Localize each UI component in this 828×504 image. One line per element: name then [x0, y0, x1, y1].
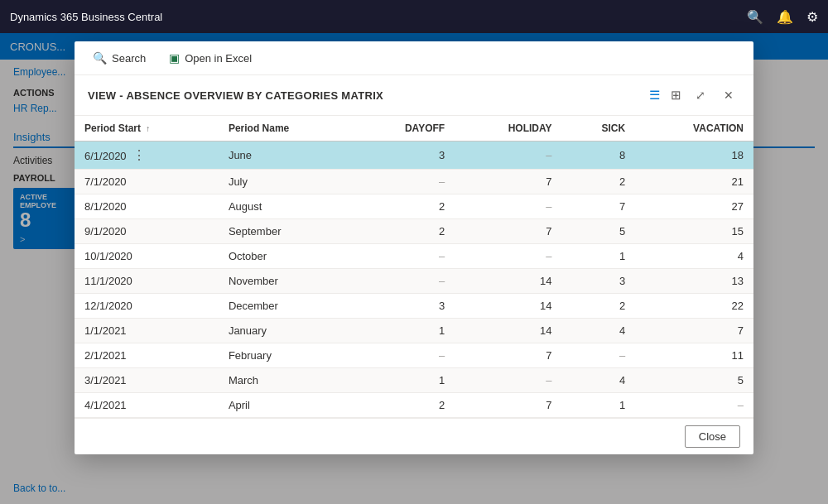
cell-period-start: 10/1/2020	[75, 244, 219, 269]
cell-period-name: November	[219, 269, 354, 294]
expand-button[interactable]: ⤢	[689, 84, 712, 107]
cell-period-start: 4/1/2021	[75, 393, 219, 418]
cell-sick: 1	[562, 393, 636, 418]
app-title: Dynamics 365 Business Central	[10, 11, 162, 23]
cell-dayoff: 3	[354, 142, 455, 170]
modal-overlay: 🔍 Search ▣ Open in Excel VIEW - ABSENCE …	[0, 33, 828, 504]
absence-overview-modal: 🔍 Search ▣ Open in Excel VIEW - ABSENCE …	[75, 41, 753, 454]
cell-vacation: 15	[635, 219, 753, 244]
row-menu-icon[interactable]: ⋮	[129, 147, 149, 163]
cell-vacation: –	[635, 393, 753, 418]
cell-dayoff: –	[354, 343, 455, 368]
cell-dayoff: 2	[354, 393, 455, 418]
cell-holiday: 14	[455, 319, 561, 343]
cell-period-start: 9/1/2020	[75, 219, 219, 244]
cell-vacation: 4	[635, 244, 753, 269]
col-holiday: HOLIDAY	[455, 116, 561, 142]
cell-period-name: July	[219, 170, 354, 194]
modal-body: Period Start ↑ Period Name DAYOFF HOLIDA…	[75, 116, 753, 418]
table-row[interactable]: 8/1/2020August2–727	[75, 194, 753, 219]
list-view-button[interactable]: ☰	[646, 87, 662, 103]
sort-arrow: ↑	[146, 124, 150, 133]
cell-period-start: 11/1/2020	[75, 269, 219, 294]
table-row[interactable]: 10/1/2020October––14	[75, 244, 753, 269]
bell-icon[interactable]: 🔔	[777, 9, 793, 25]
modal-footer: Close	[75, 418, 753, 454]
cell-dayoff: –	[354, 244, 455, 269]
col-sick: SICK	[562, 116, 636, 142]
col-dayoff: DAYOFF	[354, 116, 455, 142]
cell-vacation: 11	[635, 343, 753, 368]
col-vacation: VACATION	[635, 116, 753, 142]
cell-holiday: 7	[455, 170, 561, 194]
cell-sick: 5	[562, 219, 636, 244]
modal-header-icons: ☰ ⊞ ⤢ ✕	[646, 84, 740, 107]
cell-sick: 8	[562, 142, 636, 170]
table-row[interactable]: 9/1/2020September27515	[75, 219, 753, 244]
cell-period-name: September	[219, 219, 354, 244]
cell-period-name: October	[219, 244, 354, 269]
table-row[interactable]: 6/1/2020 ⋮June3–818	[75, 142, 753, 170]
cell-vacation: 18	[635, 142, 753, 170]
grid-view-button[interactable]: ⊞	[667, 87, 684, 103]
cell-sick: 2	[562, 294, 636, 319]
cell-dayoff: 3	[354, 294, 455, 319]
col-period-name: Period Name	[219, 116, 354, 142]
table-header-row: Period Start ↑ Period Name DAYOFF HOLIDA…	[75, 116, 753, 142]
cell-period-name: March	[219, 368, 354, 393]
modal-title: VIEW - ABSENCE OVERVIEW BY CATEGORIES MA…	[88, 89, 383, 102]
cell-dayoff: –	[354, 269, 455, 294]
cell-holiday: 7	[455, 343, 561, 368]
table-row[interactable]: 4/1/2021April271–	[75, 393, 753, 418]
cell-holiday: 14	[455, 269, 561, 294]
cell-period-start: 8/1/2020	[75, 194, 219, 219]
close-button[interactable]: Close	[685, 425, 740, 448]
modal-header: VIEW - ABSENCE OVERVIEW BY CATEGORIES MA…	[75, 75, 753, 116]
period-start-value: 6/1/2020	[84, 150, 127, 162]
cell-vacation: 27	[635, 194, 753, 219]
table-row[interactable]: 7/1/2020July–7221	[75, 170, 753, 194]
cell-dayoff: 2	[354, 194, 455, 219]
cell-holiday: –	[455, 368, 561, 393]
open-excel-label: Open in Excel	[185, 52, 252, 65]
cell-holiday: –	[455, 194, 561, 219]
cell-vacation: 21	[635, 170, 753, 194]
cell-holiday: –	[455, 142, 561, 170]
cell-period-start: 1/1/2021	[75, 319, 219, 343]
search-button[interactable]: 🔍 Search	[88, 48, 151, 68]
cell-dayoff: –	[354, 170, 455, 194]
cell-dayoff: 1	[354, 368, 455, 393]
cell-period-start: 6/1/2020 ⋮	[75, 142, 219, 170]
table-row[interactable]: 2/1/2021February–7–11	[75, 343, 753, 368]
table-body: 6/1/2020 ⋮June3–8187/1/2020July–72218/1/…	[75, 142, 753, 418]
cell-dayoff: 2	[354, 219, 455, 244]
open-excel-button[interactable]: ▣ Open in Excel	[164, 48, 257, 68]
cell-sick: 1	[562, 244, 636, 269]
cell-period-name: January	[219, 319, 354, 343]
table-row[interactable]: 3/1/2021March1–45	[75, 368, 753, 393]
cell-period-start: 12/1/2020	[75, 294, 219, 319]
cell-period-name: June	[219, 142, 354, 170]
top-bar: Dynamics 365 Business Central 🔍 🔔 ⚙	[0, 0, 828, 33]
cell-vacation: 22	[635, 294, 753, 319]
top-bar-icons: 🔍 🔔 ⚙	[747, 9, 818, 25]
cell-period-name: February	[219, 343, 354, 368]
modal-toolbar: 🔍 Search ▣ Open in Excel	[75, 41, 753, 75]
cell-period-start: 2/1/2021	[75, 343, 219, 368]
cell-sick: 2	[562, 170, 636, 194]
col-period-start[interactable]: Period Start ↑	[75, 116, 219, 142]
cell-holiday: 7	[455, 219, 561, 244]
cell-period-name: August	[219, 194, 354, 219]
cell-sick: 3	[562, 269, 636, 294]
search-icon[interactable]: 🔍	[747, 9, 763, 25]
cell-holiday: –	[455, 244, 561, 269]
table-row[interactable]: 11/1/2020November–14313	[75, 269, 753, 294]
excel-icon: ▣	[169, 51, 180, 65]
search-icon: 🔍	[93, 51, 107, 65]
table-row[interactable]: 1/1/2021January11447	[75, 319, 753, 343]
table-row[interactable]: 12/1/2020December314222	[75, 294, 753, 319]
cell-period-name: April	[219, 393, 354, 418]
cell-period-start: 3/1/2021	[75, 368, 219, 393]
gear-icon[interactable]: ⚙	[806, 9, 818, 25]
close-modal-button[interactable]: ✕	[717, 84, 740, 107]
